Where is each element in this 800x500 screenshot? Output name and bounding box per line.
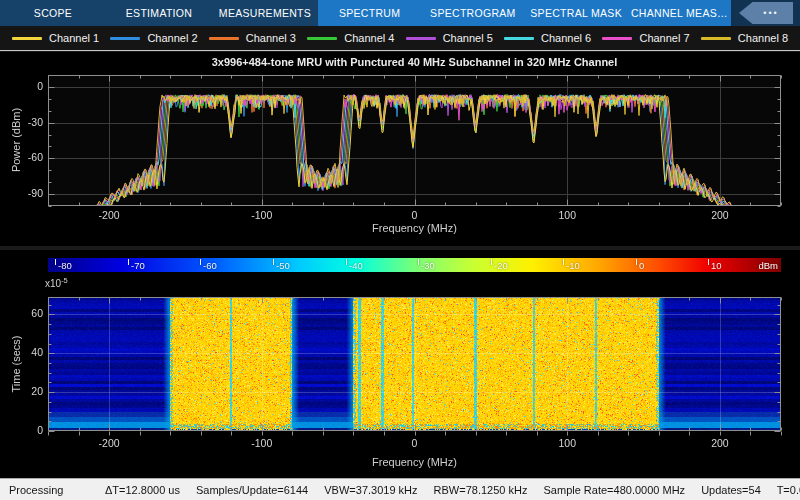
channel-1-color-swatch: [12, 37, 42, 40]
channel-7-color-swatch: [602, 37, 632, 40]
tab-estimation[interactable]: ESTIMATION: [106, 0, 212, 26]
spectrum-analyzer-window: SCOPE ESTIMATION MEASUREMENTS SPECTRUM S…: [0, 0, 800, 500]
tab-spectral-mask[interactable]: SPECTRAL MASK: [525, 0, 628, 26]
legend-label: Channel 7: [639, 32, 689, 44]
spectrogram-plot-canvas[interactable]: [0, 250, 800, 478]
legend-item-channel-6[interactable]: Channel 6: [504, 32, 591, 44]
legend-item-channel-3[interactable]: Channel 3: [209, 32, 296, 44]
legend-item-channel-4[interactable]: Channel 4: [307, 32, 394, 44]
tab-measurements[interactable]: MEASUREMENTS: [212, 0, 318, 26]
legend-label: Channel 4: [344, 32, 394, 44]
toolstrip: SCOPE ESTIMATION MEASUREMENTS SPECTRUM S…: [0, 0, 800, 26]
legend-label: Channel 1: [49, 32, 99, 44]
status-bar: Processing ΔT=12.8000 us Samples/Update=…: [0, 478, 800, 500]
channel-6-color-swatch: [504, 37, 534, 40]
status-mode-label: Processing: [0, 484, 105, 496]
spectrum-plot-canvas[interactable]: [0, 52, 800, 246]
spectrum-title: 3x996+484-tone MRU with Punctured 40 MHz…: [48, 56, 781, 68]
spectrogram-x-axis-label: Frequency (MHz): [48, 456, 781, 468]
status-vbw: VBW=37.3019 kHz: [324, 484, 417, 496]
toolstrip-main-tabs: SCOPE ESTIMATION MEASUREMENTS: [0, 0, 318, 26]
tab-scope[interactable]: SCOPE: [0, 0, 106, 26]
legend-label: Channel 6: [541, 32, 591, 44]
spectrogram-panel: x10-5 Time (secs) Frequency (MHz): [0, 250, 800, 478]
channel-8-color-swatch: [701, 37, 731, 40]
spectrogram-y-axis-label: Time (secs): [10, 304, 22, 424]
toolstrip-contextual-tabs: SPECTRUM SPECTROGRAM SPECTRAL MASK CHANN…: [318, 0, 731, 26]
status-updates: Updates=54: [701, 484, 761, 496]
legend-label: Channel 2: [147, 32, 197, 44]
status-statistics: ΔT=12.8000 us Samples/Update=6144 VBW=37…: [105, 484, 800, 496]
status-time: T=0.00: [777, 484, 800, 496]
toolstrip-overflow-button[interactable]: •••: [739, 2, 793, 24]
legend-label: Channel 8: [738, 32, 788, 44]
legend-label: Channel 5: [443, 32, 493, 44]
status-samples-per-update: Samples/Update=6144: [196, 484, 308, 496]
legend-item-channel-8[interactable]: Channel 8: [701, 32, 788, 44]
tab-spectrum[interactable]: SPECTRUM: [318, 0, 421, 26]
channel-legend: Channel 1 Channel 2 Channel 3 Channel 4 …: [0, 26, 800, 51]
channel-5-color-swatch: [406, 37, 436, 40]
legend-item-channel-7[interactable]: Channel 7: [602, 32, 689, 44]
status-delta-t: ΔT=12.8000 us: [105, 484, 180, 496]
channel-3-color-swatch: [209, 37, 239, 40]
spectrum-y-axis-label: Power (dBm): [10, 80, 22, 200]
channel-4-color-swatch: [307, 37, 337, 40]
toolstrip-right-stub: •••: [731, 0, 800, 26]
legend-item-channel-5[interactable]: Channel 5: [406, 32, 493, 44]
legend-item-channel-2[interactable]: Channel 2: [110, 32, 197, 44]
legend-label: Channel 3: [246, 32, 296, 44]
tab-spectrogram[interactable]: SPECTROGRAM: [421, 0, 524, 26]
status-sample-rate: Sample Rate=480.0000 MHz: [544, 484, 686, 496]
spectrum-panel: 3x996+484-tone MRU with Punctured 40 MHz…: [0, 52, 800, 246]
status-rbw: RBW=78.1250 kHz: [434, 484, 528, 496]
tab-channel-measurements[interactable]: CHANNEL MEAS…: [628, 0, 731, 26]
channel-2-color-swatch: [110, 37, 140, 40]
legend-item-channel-1[interactable]: Channel 1: [12, 32, 99, 44]
spectrum-x-axis-label: Frequency (MHz): [48, 222, 781, 234]
time-axis-multiplier: x10-5: [45, 276, 68, 289]
